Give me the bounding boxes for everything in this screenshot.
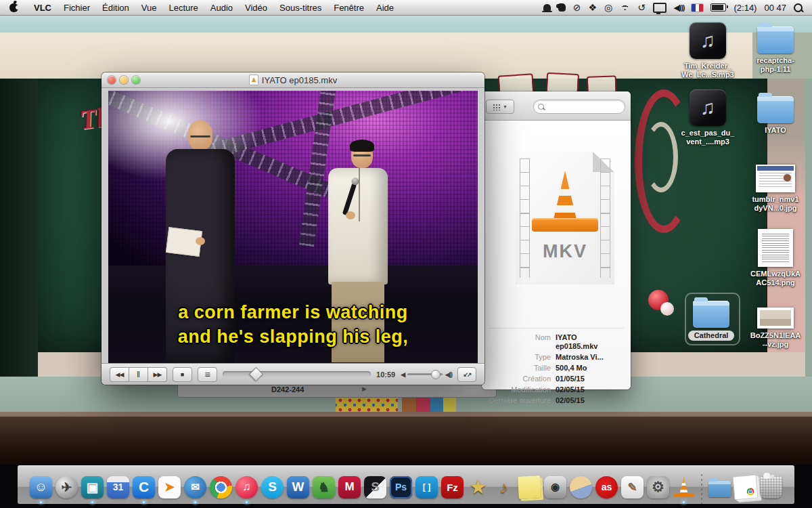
dock-finder[interactable]: ☺ xyxy=(29,470,53,504)
forward-button[interactable]: ▶▶ xyxy=(148,367,167,382)
menu-sous-titres[interactable]: Sous-titres xyxy=(273,1,328,15)
seek-thumb[interactable] xyxy=(249,367,263,381)
dock-filezilla[interactable]: Fz xyxy=(441,470,464,504)
downloads-stack-icon xyxy=(733,474,759,500)
menu-audio[interactable]: Audio xyxy=(204,1,239,15)
wallpaper-white-ball xyxy=(660,302,674,316)
mkv-file-icon[interactable]: MKV xyxy=(516,152,614,284)
dock-system-preferences[interactable]: ⚙ xyxy=(646,470,670,504)
document-proxy-icon xyxy=(249,75,258,85)
menu-bar-clock[interactable]: 00 47 xyxy=(764,3,786,13)
evernote-icon[interactable] xyxy=(558,3,566,12)
running-indicator xyxy=(682,501,685,504)
dock-itunes[interactable]: ♫ xyxy=(235,470,258,504)
desktop-icon-folder-cathedral[interactable]: Cathedral xyxy=(677,297,745,341)
minimize-button[interactable] xyxy=(120,76,128,84)
record-circle-icon[interactable]: ◎ xyxy=(604,3,612,12)
pause-button[interactable]: ‖ xyxy=(129,367,148,382)
desktop-icon-image-bozz[interactable]: BoZZ5N1IEAA--vz.jpg xyxy=(742,308,809,349)
wifi-icon[interactable] xyxy=(620,4,630,12)
volume-icon[interactable]: ◀))) xyxy=(674,3,684,12)
spotlight-icon[interactable] xyxy=(794,3,803,12)
finder-window[interactable]: ▼ MKV NomIYATO ep0185.mkv TypeMatroska V… xyxy=(482,91,631,389)
dock-trello[interactable]: ▣ xyxy=(81,470,104,504)
dock-prism-arrow[interactable]: ➤ xyxy=(158,470,181,504)
notification-bell-icon[interactable] xyxy=(543,4,551,11)
volume-thumb[interactable] xyxy=(431,370,441,379)
dock-scrivener[interactable]: S xyxy=(363,470,387,504)
menu-lecture[interactable]: Lecture xyxy=(162,1,204,15)
folder-icon xyxy=(757,26,794,54)
input-language-flag-icon[interactable] xyxy=(692,4,703,12)
close-button[interactable] xyxy=(108,76,116,84)
dock-coda[interactable]: C xyxy=(132,470,156,504)
blocked-circle-icon[interactable]: ⊘ xyxy=(573,3,581,12)
dock-garageband[interactable]: ♪ xyxy=(492,470,516,504)
dock-sphere-app[interactable] xyxy=(569,470,593,504)
background-window-strip[interactable]: D242-244 ▶ xyxy=(177,383,497,398)
dock-launchpad[interactable]: ✈ xyxy=(55,470,78,504)
desktop-icon-mp3-cest-pas-du-vent[interactable]: ♫ c_est_pas_du_vent_....mp3 xyxy=(674,89,742,146)
dock-word[interactable]: W xyxy=(286,470,310,504)
menu-edition[interactable]: Édition xyxy=(96,1,135,15)
search-input[interactable] xyxy=(533,100,625,114)
dock-image-capture[interactable]: ◉ xyxy=(543,470,567,504)
system-preferences-icon: ⚙ xyxy=(647,476,669,499)
dock-mendeley[interactable]: M xyxy=(338,470,361,504)
desktop-icon-image-ceml[interactable]: CEMLwzqUkAAC514.png xyxy=(742,229,809,287)
mendeley-icon: M xyxy=(338,476,361,499)
rewind-button[interactable]: ◀◀ xyxy=(110,367,129,382)
desktop-icon-mp3-tim-kreider[interactable]: ♫ Tim_Kreider_We_Le...S.mp3 xyxy=(674,22,742,79)
vlc-title-bar[interactable]: IYATO ep0185.mkv xyxy=(102,72,484,88)
dock-chrome[interactable] xyxy=(209,470,233,504)
desktop-icon-image-tumblr[interactable]: tumblr_nmv1dyVN...0.jpg xyxy=(742,165,809,213)
display-icon[interactable] xyxy=(653,3,667,13)
sphere-app-icon xyxy=(570,476,592,499)
desktop-icon-folder-iyato[interactable]: IYATO xyxy=(742,92,809,135)
dock-skype[interactable]: S xyxy=(261,470,284,504)
menu-aide[interactable]: Aide xyxy=(370,1,400,15)
menu-bar: VLC Fichier Édition Vue Lecture Audio Vi… xyxy=(0,0,812,16)
volume-slider[interactable] xyxy=(407,373,443,375)
dock-star-app[interactable]: ★ xyxy=(466,470,490,504)
dock-photoshop[interactable]: Ps xyxy=(389,470,413,504)
dock-thunderbird[interactable]: ✉ xyxy=(183,470,207,504)
zoom-button[interactable] xyxy=(132,76,140,84)
dock-trash[interactable] xyxy=(759,470,783,504)
dropbox-icon[interactable]: ❖ xyxy=(589,3,597,12)
dock-lastfm[interactable]: as xyxy=(595,470,618,504)
dock-documents-folder[interactable] xyxy=(708,470,731,504)
folder-icon xyxy=(757,96,794,123)
time-machine-icon[interactable]: ↺ xyxy=(637,3,646,12)
dock-evernote[interactable]: ♞ xyxy=(312,470,336,504)
fullscreen-button[interactable]: ↙↗ xyxy=(457,367,476,382)
view-options-button[interactable]: ▼ xyxy=(486,100,514,114)
vlc-window[interactable]: IYATO ep0185.mkv xyxy=(102,72,484,385)
seek-slider[interactable] xyxy=(223,371,371,377)
stop-button[interactable]: ■ xyxy=(173,367,192,382)
disclosure-arrow-icon[interactable]: ▶ xyxy=(362,385,367,392)
info-label: Modification xyxy=(482,385,556,394)
battery-icon[interactable] xyxy=(710,3,726,12)
video-canvas[interactable]: a corn farmer is watching and he's slapp… xyxy=(108,91,478,364)
dock-vlc[interactable] xyxy=(672,470,696,504)
dock-stickies[interactable] xyxy=(518,470,541,504)
menu-vlc[interactable]: VLC xyxy=(28,1,58,15)
dock-textedit[interactable]: ✎ xyxy=(621,470,644,504)
thunderbird-icon: ✉ xyxy=(184,476,206,499)
dock-calendar[interactable]: 31 xyxy=(106,470,130,504)
vlc-window-title: IYATO ep0185.mkv xyxy=(262,75,337,85)
playlist-button[interactable]: ≡ xyxy=(198,367,217,382)
menu-fichier[interactable]: Fichier xyxy=(58,1,96,15)
image-capture-icon: ◉ xyxy=(544,476,566,499)
battery-time-remaining[interactable]: (2:14) xyxy=(734,3,757,13)
menu-video[interactable]: Vidéo xyxy=(239,1,273,15)
menu-fenetre[interactable]: Fenêtre xyxy=(328,1,370,15)
desktop-icon-folder-recaptcha[interactable]: recaptcha-php-1.11 xyxy=(742,22,809,74)
dock-downloads-stack[interactable] xyxy=(734,470,757,504)
menu-vue[interactable]: Vue xyxy=(135,1,163,15)
subtitle-line-1: a corn farmer is watching xyxy=(108,300,478,324)
folder-icon xyxy=(693,301,729,328)
dock-brackets[interactable]: [ ] xyxy=(415,470,438,504)
apple-menu-icon[interactable] xyxy=(9,3,18,12)
